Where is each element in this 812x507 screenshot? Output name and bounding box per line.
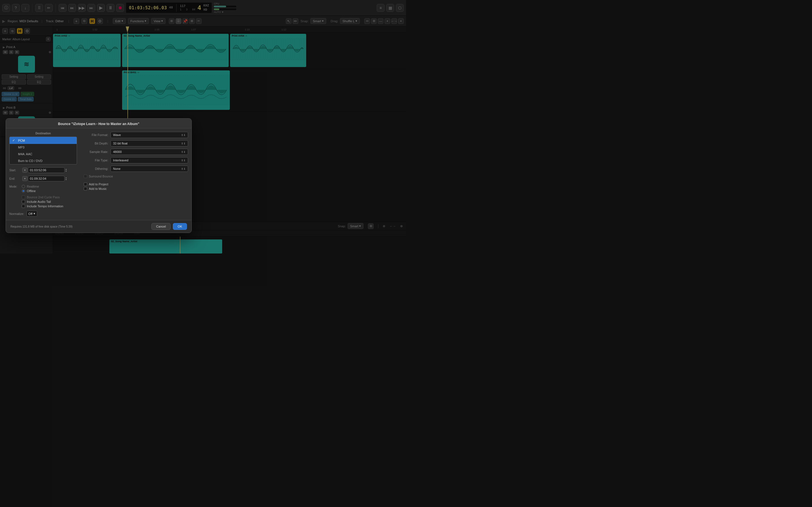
bounce-dialog: Bounce "iZotope Learn - How to Master an… [6,118,192,233]
audio-tail-label: Include Audio Tail [27,200,51,203]
offline-label: Offline [27,189,36,193]
sample-rate-value: 48000 [113,150,122,154]
ok-button[interactable]: OK [173,223,187,230]
dialog-overlay: Bounce "iZotope Learn - How to Master an… [0,0,406,253]
normalize-select[interactable]: Off ▾ [27,211,37,217]
file-format-label: File Format: [82,133,108,136]
destination-header: Destination [9,132,77,135]
dithering-label: Dithering: [82,167,108,170]
dest-m4a-label: M4A: AAC [18,152,33,156]
dialog-right: File Format: Wave ⬆⬇ Bit Depth: 32-bit f… [82,132,188,217]
mode-realtime-row: Mode: Realtime [9,184,77,189]
normalize-value: Off [29,212,33,216]
file-type-value: Interleaved [113,159,128,162]
end-input[interactable] [28,176,64,181]
bit-depth-label: Bit Depth: [82,142,108,145]
start-arrows[interactable]: ▲ ▼ [65,168,67,172]
end-row: End: ▾ ▲ ▼ [9,176,77,181]
destination-list: ✓ PCM MP3 M4A: AAC Burn to CD / DVD [9,136,77,165]
end-label: End: [9,177,20,180]
file-format-row: File Format: Wave ⬆⬇ [82,132,188,138]
dest-m4a[interactable]: M4A: AAC [10,151,77,158]
dithering-value: None [113,167,120,170]
checkbox-add-project[interactable] [84,182,87,186]
dest-burn-label: Burn to CD / DVD [18,159,43,163]
checkbox-bounce2nd[interactable] [22,195,25,199]
file-type-select[interactable]: Interleaved ⬆⬇ [110,157,188,163]
options-section: Bounce 2nd Cycle Pass Include Audio Tail… [9,195,77,209]
mode-label: Mode: [9,185,20,188]
start-input[interactable] [28,167,64,173]
file-type-label: File Type: [82,159,108,162]
end-val: ▾ ▲ ▼ [22,176,67,181]
dialog-footer: Requires 131.8 MB of free disk space (Ti… [6,220,192,233]
surround-bounce-row: Surround Bounce [84,174,188,179]
check-pcm: ✓ [12,138,16,142]
sample-rate-label: Sample Rate: [82,150,108,154]
dest-pcm-label: PCM [18,139,25,142]
add-to-project-row: Add to Project [84,182,188,186]
realtime-label: Realtime [27,185,39,188]
footer-info: Requires 131.8 MB of free disk space (Ti… [10,225,72,228]
bit-depth-value: 32-bit float [113,142,128,145]
file-format-select[interactable]: Wave ⬆⬇ [110,132,188,138]
normalize-row: Normalize: Off ▾ [9,211,77,217]
start-dropdown-btn[interactable]: ▾ [22,168,28,173]
normalize-label: Normalize: [9,212,24,216]
radio-offline[interactable] [22,189,25,193]
surround-bounce-label: Surround Bounce [89,175,113,178]
bounce-2nd-row: Bounce 2nd Cycle Pass [9,195,77,200]
start-row: Start: ▾ ▲ ▼ [9,167,77,173]
dialog-left: Destination ✓ PCM MP3 M4A: AAC [9,132,77,217]
end-arrows[interactable]: ▲ ▼ [65,177,67,180]
dest-pcm[interactable]: ✓ PCM [10,137,77,144]
dialog-title: Bounce "iZotope Learn - How to Master an… [6,119,192,128]
add-to-music-row: Add to Music [84,186,188,191]
tempo-label: Include Tempo Information [27,205,63,208]
start-val: ▾ ▲ ▼ [22,167,67,173]
bit-depth-select[interactable]: 32-bit float ⬆⬇ [110,140,188,147]
sample-rate-select[interactable]: 48000 ⬆⬇ [110,149,188,155]
mode-offline-row: Offline [9,189,77,193]
dest-mp3[interactable]: MP3 [10,144,77,151]
checkbox-add-music[interactable] [84,187,87,190]
dithering-select[interactable]: None ⬆⬇ [110,166,188,172]
dest-mp3-label: MP3 [18,146,24,149]
sample-rate-row: Sample Rate: 48000 ⬆⬇ [82,149,188,155]
dithering-row: Dithering: None ⬆⬇ [82,166,188,172]
dest-burn[interactable]: Burn to CD / DVD [10,158,77,164]
bit-depth-row: Bit Depth: 32-bit float ⬆⬇ [82,140,188,147]
end-dropdown-btn[interactable]: ▾ [22,176,28,181]
add-to-music-label: Add to Music [89,187,107,190]
checkbox-audio-tail[interactable] [22,200,25,203]
add-to-project-label: Add to Project [89,182,108,186]
file-type-row: File Type: Interleaved ⬆⬇ [82,157,188,163]
checkbox-tempo[interactable] [22,205,25,208]
radio-realtime[interactable] [22,185,25,188]
dialog-body: Destination ✓ PCM MP3 M4A: AAC [6,128,192,220]
start-label: Start: [9,169,20,172]
tempo-info-row: Include Tempo Information [9,204,77,209]
audio-tail-row: Include Audio Tail [9,200,77,204]
file-format-value: Wave [113,133,121,136]
bounce2nd-label: Bounce 2nd Cycle Pass [27,195,60,199]
checkbox-surround[interactable] [84,175,87,178]
cancel-button[interactable]: Cancel [151,223,170,230]
footer-buttons: Cancel OK [151,223,187,230]
mode-section: Mode: Realtime Offline [9,184,77,193]
